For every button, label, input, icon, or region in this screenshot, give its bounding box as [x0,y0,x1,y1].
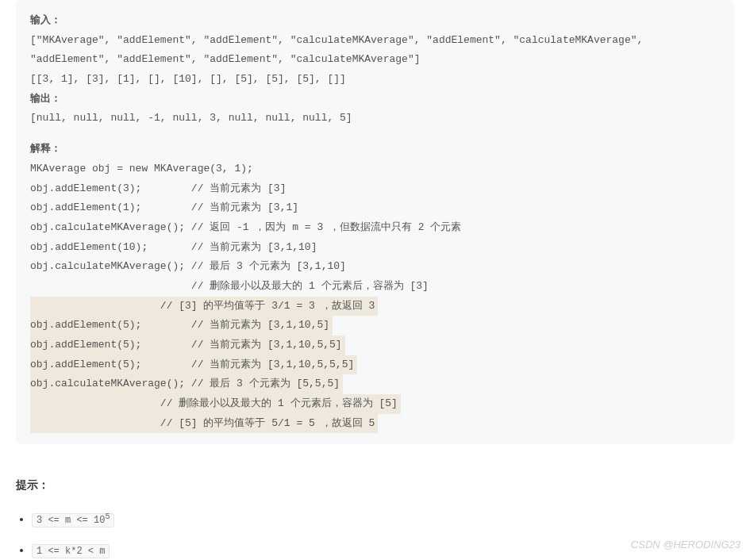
hint-item: 3 <= m <= 105 [32,510,734,528]
explain-line-highlight: // 删除最小以及最大的 1 个元素后，容器为 [5] [30,394,401,414]
explain-line: obj.calculateMKAverage(); // 最后 3 个元素为 [… [30,257,720,277]
explain-line-highlight: // [5] 的平均值等于 5/1 = 5 ，故返回 5 [30,414,378,434]
output-label: 输出： [30,90,720,109]
explain-line-highlight: // [3] 的平均值等于 3/1 = 3 ，故返回 3 [30,297,378,316]
explain-line-highlight: obj.addElement(5); // 当前元素为 [3,1,10,5] [30,316,333,336]
explain-line-highlight: obj.addElement(5); // 当前元素为 [3,1,10,5,5] [30,336,345,355]
explain-line-highlight: obj.addElement(5); // 当前元素为 [3,1,10,5,5,… [30,355,357,375]
constraint-code: 1 <= k*2 < m [32,544,110,558]
explain-line: obj.addElement(1); // 当前元素为 [3,1] [30,198,720,218]
hints-list: 3 <= m <= 105 1 <= k*2 < m 1 <= num <= 1… [16,510,734,560]
explain-line: obj.addElement(10); // 当前元素为 [3,1,10] [30,238,720,258]
hints-section: 提示： 3 <= m <= 105 1 <= k*2 < m 1 <= num … [16,476,734,560]
explain-label: 解释： [30,140,720,159]
hints-title: 提示： [16,476,734,493]
input-line-1: ["MKAverage", "addElement", "addElement"… [30,31,720,51]
explain-line: obj.addElement(3); // 当前元素为 [3] [30,179,720,199]
input-line-3: [[3, 1], [3], [1], [], [10], [], [5], [5… [30,70,720,90]
explain-line-highlight: obj.calculateMKAverage(); // 最后 3 个元素为 [… [30,374,343,394]
example-code-block: 输入： ["MKAverage", "addElement", "addElem… [16,0,734,444]
hint-item: 1 <= k*2 < m [32,541,734,559]
explain-line: obj.calculateMKAverage(); // 返回 -1 ，因为 m… [30,218,720,238]
constraint-code: 3 <= m <= 105 [32,513,114,527]
explain-line: // 删除最小以及最大的 1 个元素后，容器为 [3] [30,277,720,297]
input-label: 输入： [30,11,720,31]
watermark-text: CSDN @HERODING23 [631,537,740,554]
input-line-2: "addElement", "addElement", "addElement"… [30,50,720,70]
output-line: [null, null, null, -1, null, 3, null, nu… [30,109,720,128]
explain-line: MKAverage obj = new MKAverage(3, 1); [30,159,720,179]
